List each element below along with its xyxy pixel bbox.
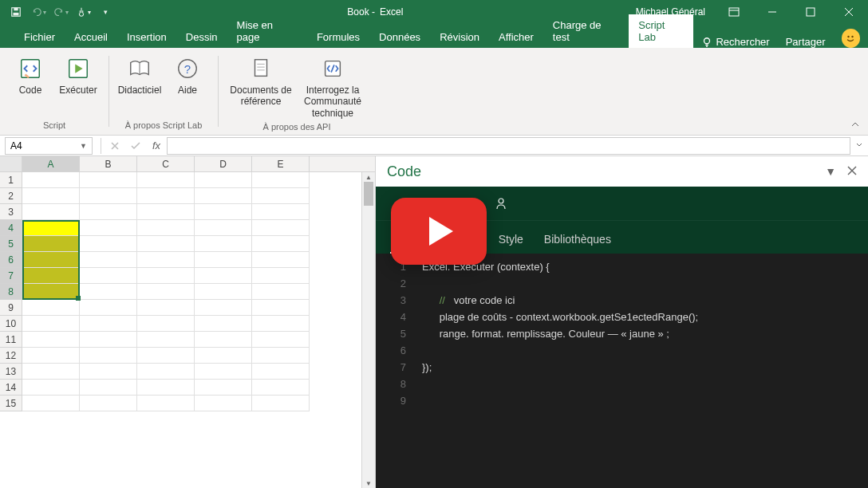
cell[interactable] [195,300,252,316]
cell[interactable] [252,348,310,364]
cell[interactable] [252,380,310,396]
cell[interactable] [252,284,310,300]
cell[interactable] [195,284,252,300]
redo-button[interactable]: ▾ [51,2,70,22]
cell[interactable] [137,284,195,300]
tab-charge[interactable]: Charge de test [543,14,629,48]
cell[interactable] [252,332,310,348]
cell[interactable] [195,332,252,348]
col-header-e[interactable]: E [252,156,310,171]
cell[interactable] [80,300,137,316]
row-header[interactable]: 4 [0,220,22,236]
cell[interactable] [80,220,137,236]
ask-community-button[interactable]: Interrogez la Communauté technique [298,53,367,122]
cell[interactable] [195,252,252,268]
cell[interactable] [137,220,195,236]
minimize-button[interactable] [756,0,788,24]
ribbon-display-button[interactable] [718,0,750,24]
cell[interactable] [80,396,137,411]
pane-close-button[interactable] [847,165,857,178]
cell[interactable] [22,252,80,268]
tab-fichier[interactable]: Fichier [14,26,65,48]
row-header[interactable]: 11 [0,332,22,348]
spreadsheet[interactable]: A B C D E 123456789101112131415 ▲ ▼ [0,156,375,488]
cell[interactable] [80,252,137,268]
tab-revision[interactable]: Révision [430,26,489,48]
cell[interactable] [137,316,195,332]
row-header[interactable]: 3 [0,204,22,220]
col-header-b[interactable]: B [80,156,137,171]
cell[interactable] [137,380,195,396]
tutorial-button[interactable]: Didacticiel [117,53,162,99]
scroll-up-icon[interactable]: ▲ [362,172,375,182]
row-header[interactable]: 5 [0,236,22,252]
cell[interactable] [22,236,80,252]
scrollbar-thumb[interactable] [364,182,373,206]
row-header[interactable]: 6 [0,252,22,268]
toolbar-user-button[interactable] [495,197,507,210]
cell[interactable] [137,364,195,380]
select-all-corner[interactable] [0,156,22,171]
cell[interactable] [137,300,195,316]
cell[interactable] [137,172,195,188]
cell[interactable] [22,380,80,396]
cell[interactable] [137,332,195,348]
tell-me-search[interactable]: Rechercher [693,36,777,48]
cell[interactable] [22,188,80,204]
cell[interactable] [195,204,252,220]
cell[interactable] [137,348,195,364]
row-header[interactable]: 10 [0,316,22,332]
cell[interactable] [252,252,310,268]
row-header[interactable]: 15 [0,396,22,411]
cell[interactable] [80,364,137,380]
row-header[interactable]: 1 [0,172,22,188]
vertical-scrollbar[interactable]: ▲ ▼ [361,172,375,488]
tab-insertion[interactable]: Insertion [117,26,176,48]
cell[interactable] [252,188,310,204]
cell[interactable] [22,348,80,364]
tab-script-lab[interactable]: Script Lab [629,14,693,48]
col-header-d[interactable]: D [195,156,252,171]
cell[interactable] [80,268,137,284]
collapse-ribbon-button[interactable] [850,120,860,132]
editor-tab-style[interactable]: Style [497,225,525,254]
code-editor[interactable]: 123456789 Excel. Exécuter (contexte) { /… [376,254,868,488]
tab-donnees[interactable]: Données [369,26,430,48]
cell[interactable] [137,188,195,204]
row-header[interactable]: 7 [0,268,22,284]
cell[interactable] [195,172,252,188]
cell[interactable] [80,236,137,252]
cell[interactable] [195,316,252,332]
cell[interactable] [22,204,80,220]
cell[interactable] [22,300,80,316]
cell[interactable] [195,364,252,380]
close-button[interactable] [833,0,865,24]
cell[interactable] [137,204,195,220]
cell[interactable] [22,332,80,348]
cell[interactable] [252,268,310,284]
expand-formula-bar-button[interactable] [855,140,868,152]
cell[interactable] [80,332,137,348]
cell[interactable] [80,316,137,332]
code-content[interactable]: Excel. Exécuter (contexte) { // votre co… [412,254,868,488]
name-box[interactable]: A4 ▼ [5,137,93,155]
reference-docs-button[interactable]: Documents de référence [227,53,295,122]
cell[interactable] [22,268,80,284]
tab-mise-en-page[interactable]: Mise en page [227,14,307,48]
col-header-a[interactable]: A [22,156,80,171]
cell[interactable] [80,172,137,188]
cell[interactable] [195,188,252,204]
cell[interactable] [252,300,310,316]
cell[interactable] [137,268,195,284]
pane-menu-button[interactable]: ▼ [825,165,836,178]
insert-function-button[interactable]: fx [146,137,167,155]
editor-tab-biblio[interactable]: Bibliothèques [542,225,613,254]
cell[interactable] [195,236,252,252]
cell[interactable] [80,380,137,396]
row-header[interactable]: 13 [0,364,22,380]
touch-mode-button[interactable]: ▾ [73,2,93,22]
maximize-button[interactable] [795,0,827,24]
cell[interactable] [137,236,195,252]
col-header-c[interactable]: C [137,156,195,171]
cell[interactable] [252,364,310,380]
